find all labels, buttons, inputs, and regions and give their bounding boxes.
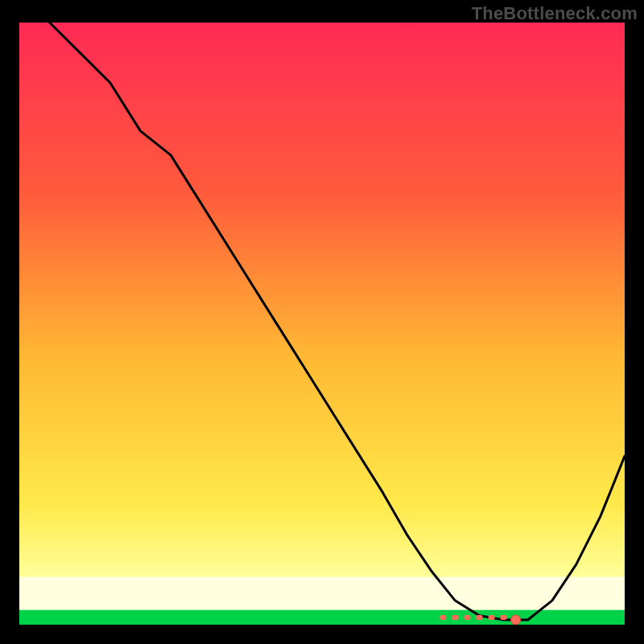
chart-frame: TheBottleneck.com	[0, 0, 644, 644]
cluster-dash	[477, 615, 483, 620]
cluster-dash	[501, 615, 507, 620]
cluster-dash	[464, 615, 471, 620]
watermark-text: TheBottleneck.com	[472, 3, 638, 24]
cluster-dash	[489, 615, 495, 620]
chart-svg	[19, 23, 625, 625]
plot-area	[19, 23, 625, 625]
cluster-dash	[452, 615, 458, 620]
gradient-background	[19, 23, 625, 625]
cluster-dash	[440, 615, 446, 620]
optimum-marker	[511, 615, 521, 625]
